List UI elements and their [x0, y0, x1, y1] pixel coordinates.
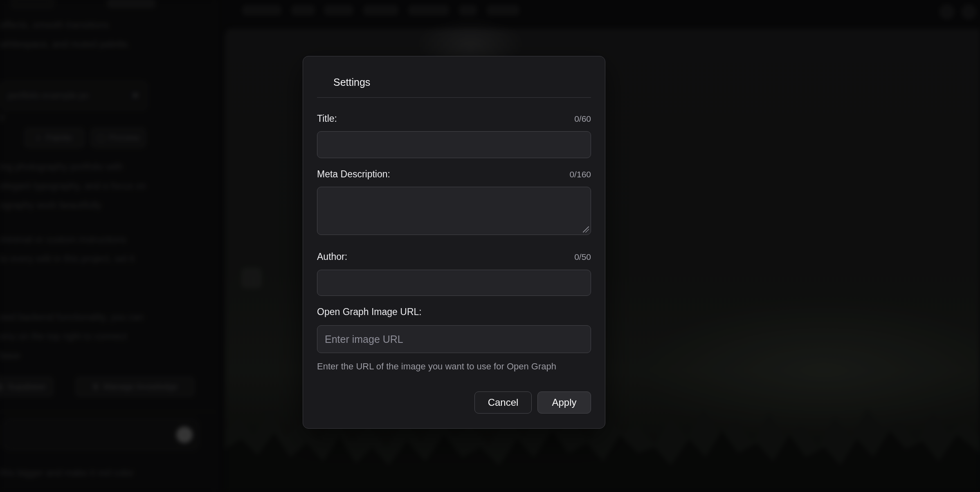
og-image-label: Open Graph Image URL: — [317, 306, 422, 318]
apply-button[interactable]: Apply — [537, 391, 591, 414]
title-char-counter: 0/60 — [574, 114, 591, 124]
meta-description-area-wrap — [317, 187, 591, 235]
meta-description-field-header: Meta Description: 0/160 — [317, 169, 591, 180]
modal-actions: Cancel Apply — [317, 391, 591, 414]
title-field-header: Title: 0/60 — [317, 113, 591, 125]
resize-handle-icon[interactable] — [583, 226, 589, 233]
title-input[interactable] — [317, 131, 591, 158]
cancel-button[interactable]: Cancel — [474, 391, 532, 414]
title-label: Title: — [317, 113, 337, 124]
og-image-url-input[interactable] — [317, 325, 591, 353]
author-field-header: Author: 0/50 — [317, 251, 591, 263]
meta-description-textarea[interactable] — [317, 187, 591, 235]
og-image-helper-text: Enter the URL of the image you want to u… — [317, 361, 591, 372]
meta-description-label: Meta Description: — [317, 169, 390, 180]
author-input[interactable] — [317, 270, 591, 296]
author-char-counter: 0/50 — [574, 252, 591, 262]
settings-modal: Settings Title: 0/60 Meta Description: 0… — [303, 56, 605, 429]
meta-description-char-counter: 0/160 — [569, 170, 591, 179]
author-label: Author: — [317, 251, 347, 262]
og-image-field-header: Open Graph Image URL: — [317, 306, 591, 319]
modal-title: Settings — [333, 76, 591, 88]
app-root: effects, smooth transitions whitespace, … — [0, 0, 980, 492]
modal-title-divider — [317, 97, 591, 98]
